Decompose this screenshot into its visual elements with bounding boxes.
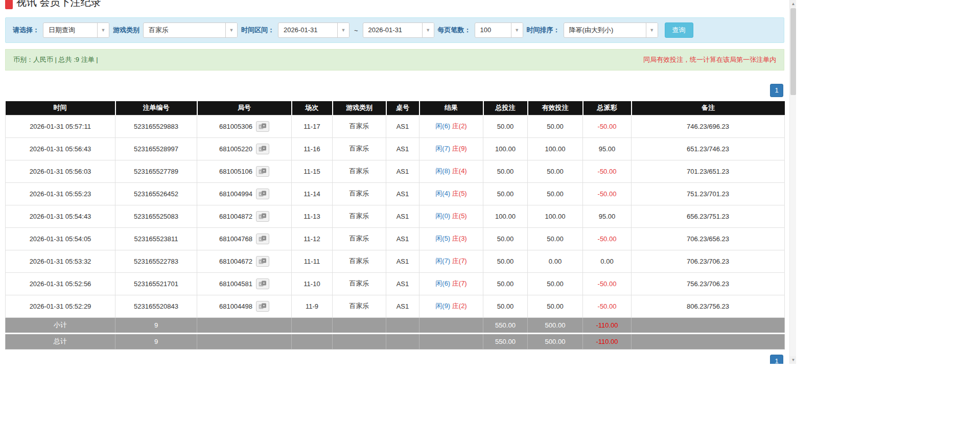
subtotal-payout: -110.00: [583, 317, 632, 333]
scroll-up-icon[interactable]: ▲: [790, 0, 796, 8]
round-number: 681004994: [219, 190, 252, 198]
scroll-down-icon[interactable]: ▼: [790, 356, 796, 364]
subtotal-row: 小计 9 550.00 500.00 -110.00: [6, 317, 785, 333]
round-media-icon[interactable]: [256, 211, 269, 222]
header-remark: 备注: [632, 101, 785, 115]
cell-table: AS1: [386, 205, 419, 227]
header-valid-bet: 有效投注: [528, 101, 583, 115]
query-type-select[interactable]: 日期查询 ▼: [43, 22, 109, 38]
cell-total-bet[interactable]: 100.00: [483, 137, 528, 160]
page-1-button[interactable]: 1: [770, 84, 783, 97]
cell-bet-id: 523165523811: [115, 227, 197, 250]
cell-time: 2026-01-31 05:53:32: [6, 250, 115, 272]
cell-result: 闲(4) 庄(5): [419, 182, 483, 205]
round-media-icon[interactable]: [256, 121, 269, 132]
date-from-select[interactable]: 2026-01-31 ▼: [278, 22, 349, 38]
round-media-icon[interactable]: [256, 144, 269, 154]
result-banker: 庄(7): [452, 280, 467, 287]
page-header: 视讯 会员下注纪录: [5, 0, 789, 12]
filter-bar: 请选择： 日期查询 ▼ 游戏类别 百家乐 ▼ 时间区间： 2026-01-31 …: [5, 17, 784, 43]
cell-total-bet[interactable]: 100.00: [483, 205, 528, 227]
cell-remark: 701.23/651.23: [632, 160, 785, 182]
cell-bet-id: 523165528997: [115, 137, 197, 160]
query-button[interactable]: 查询: [665, 22, 693, 38]
cell-total-bet[interactable]: 50.00: [483, 160, 528, 182]
table-row: 2026-01-31 05:54:05523165523811681004768…: [6, 227, 785, 250]
table-row: 2026-01-31 05:52:29523165520843681004498…: [6, 295, 785, 317]
cell-payout: 0.00: [583, 250, 632, 272]
cell-session: 11-14: [292, 182, 333, 205]
cell-total-bet[interactable]: 50.00: [483, 227, 528, 250]
cell-valid-bet: 100.00: [528, 137, 583, 160]
cell-valid-bet: 50.00: [528, 115, 583, 137]
result-player: 闲(6): [435, 122, 450, 130]
per-page-select[interactable]: 100 ▼: [475, 22, 523, 38]
time-range-label: 时间区间：: [241, 26, 274, 35]
game-type-select[interactable]: 百家乐 ▼: [143, 22, 238, 38]
result-player: 闲(7): [435, 257, 450, 265]
subtotal-label: 小计: [6, 317, 115, 333]
cell-result: 闲(9) 庄(2): [419, 295, 483, 317]
cell-result: 闲(6) 庄(2): [419, 115, 483, 137]
round-media-icon[interactable]: [256, 234, 269, 244]
cell-session: 11-16: [292, 137, 333, 160]
bet-records-table: 时间 注单编号 局号 场次 游戏类别 桌号 结果 总投注 有效投注 总派彩 备注…: [5, 101, 785, 350]
cell-total-bet[interactable]: 50.00: [483, 250, 528, 272]
result-player: 闲(5): [435, 235, 450, 242]
round-media-icon[interactable]: [256, 278, 269, 289]
cell-valid-bet: 50.00: [528, 160, 583, 182]
cell-payout: 95.00: [583, 137, 632, 160]
total-valid-bet: 500.00: [528, 333, 583, 349]
table-row: 2026-01-31 05:56:43523165528997681005220…: [6, 137, 785, 160]
result-banker: 庄(5): [452, 212, 467, 220]
scrollbar-thumb[interactable]: [790, 8, 796, 95]
time-sort-select[interactable]: 降幂(由大到小) ▼: [564, 22, 658, 38]
round-media-icon[interactable]: [256, 256, 269, 267]
cell-round: 681005220: [197, 137, 292, 160]
result-banker: 庄(7): [452, 257, 467, 265]
time-sort-label: 时间排序：: [527, 26, 560, 35]
round-media-icon[interactable]: [256, 301, 269, 312]
total-count: 9: [115, 333, 197, 349]
chevron-down-icon: ▼: [337, 23, 349, 37]
record-book-icon: [5, 0, 13, 9]
cell-time: 2026-01-31 05:54:05: [6, 227, 115, 250]
table-row: 2026-01-31 05:53:32523165522783681004672…: [6, 250, 785, 272]
round-media-icon[interactable]: [256, 166, 269, 177]
cell-table: AS1: [386, 250, 419, 272]
cell-remark: 746.23/696.23: [632, 115, 785, 137]
cell-round: 681004768: [197, 227, 292, 250]
table-row: 2026-01-31 05:55:23523165526452681004994…: [6, 182, 785, 205]
vertical-scrollbar[interactable]: ▲ ▼: [789, 0, 796, 364]
page-title: 视讯 会员下注纪录: [16, 0, 101, 9]
cell-total-bet[interactable]: 50.00: [483, 295, 528, 317]
cell-total-bet[interactable]: 50.00: [483, 115, 528, 137]
cell-game: 百家乐: [333, 272, 386, 295]
chevron-down-icon: ▼: [422, 23, 434, 37]
result-player: 闲(9): [435, 302, 450, 310]
cell-bet-id: 523165529883: [115, 115, 197, 137]
subtotal-valid-bet: 500.00: [528, 317, 583, 333]
cell-remark: 751.23/701.23: [632, 182, 785, 205]
cell-total-bet[interactable]: 50.00: [483, 272, 528, 295]
cell-remark: 656.23/751.23: [632, 205, 785, 227]
date-to-select[interactable]: 2026-01-31 ▼: [363, 22, 434, 38]
page-1-button-bottom[interactable]: 1: [770, 355, 783, 364]
valid-bet-notice: 同局有效投注，统一计算在该局第一张注单内: [643, 55, 776, 64]
cell-payout: 95.00: [583, 205, 632, 227]
header-total-bet: 总投注: [483, 101, 528, 115]
cell-table: AS1: [386, 137, 419, 160]
cell-table: AS1: [386, 115, 419, 137]
cell-time: 2026-01-31 05:56:03: [6, 160, 115, 182]
cell-result: 闲(5) 庄(3): [419, 227, 483, 250]
cell-game: 百家乐: [333, 115, 386, 137]
header-bet-id: 注单编号: [115, 101, 197, 115]
game-type-label: 游戏类别: [113, 26, 139, 35]
cell-bet-id: 523165520843: [115, 295, 197, 317]
cell-total-bet[interactable]: 50.00: [483, 182, 528, 205]
chevron-down-icon: ▼: [646, 23, 658, 37]
round-media-icon[interactable]: [256, 189, 269, 199]
table-header-row: 时间 注单编号 局号 场次 游戏类别 桌号 结果 总投注 有效投注 总派彩 备注: [6, 101, 785, 115]
cell-session: 11-9: [292, 295, 333, 317]
cell-valid-bet: 50.00: [528, 272, 583, 295]
